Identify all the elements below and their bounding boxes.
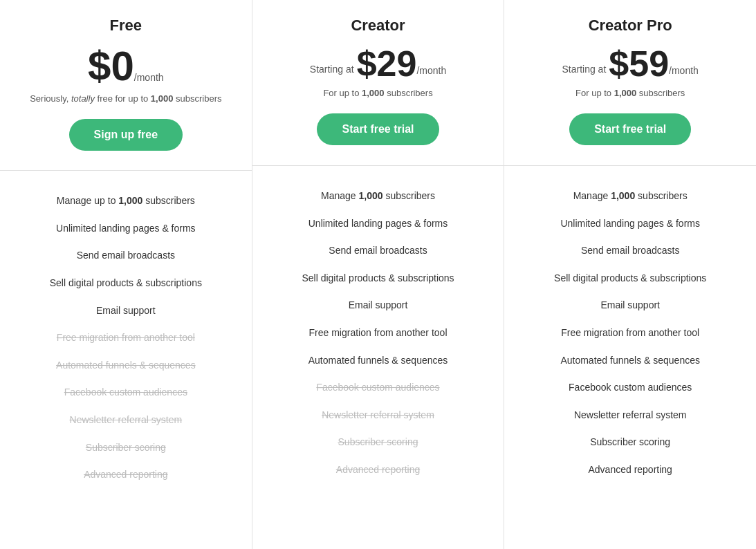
feature-item-creator-pro-5: Free migration from another tool xyxy=(518,319,742,347)
price-row-creator: Starting at$29/month xyxy=(310,46,446,82)
feature-item-creator-0: Manage 1,000 subscribers xyxy=(266,183,490,210)
feature-item-creator-5: Free migration from another tool xyxy=(266,319,490,347)
feature-item-free-3: Sell digital products & subscriptions xyxy=(14,270,238,297)
price-note-free: Seriously, totally free for up to 1,000 … xyxy=(30,93,221,105)
feature-item-free-2: Send email broadcasts xyxy=(14,242,238,270)
cta-button-creator[interactable]: Start free trial xyxy=(317,113,439,145)
feature-item-free-10: Advanced reporting xyxy=(14,461,238,489)
price-note-creator-pro: For up to 1,000 subscribers xyxy=(575,87,685,100)
feature-item-creator-pro-3: Sell digital products & subscriptions xyxy=(518,265,742,292)
cta-button-creator-pro[interactable]: Start free trial xyxy=(569,113,691,145)
plan-name-creator-pro: Creator Pro xyxy=(589,17,672,35)
feature-item-creator-pro-10: Advanced reporting xyxy=(518,456,742,484)
price-period-creator: /month xyxy=(416,65,446,76)
feature-item-creator-pro-8: Newsletter referral system xyxy=(518,402,742,429)
price-amount-creator: $29 xyxy=(357,46,417,82)
plan-features-free: Manage up to 1,000 subscribersUnlimited … xyxy=(0,171,252,549)
pricing-table: Free$0/monthSeriously, totally free for … xyxy=(0,0,756,549)
feature-item-creator-10: Advanced reporting xyxy=(266,456,490,484)
feature-item-creator-4: Email support xyxy=(266,292,490,319)
feature-item-creator-pro-1: Unlimited landing pages & forms xyxy=(518,210,742,238)
feature-item-free-8: Newsletter referral system xyxy=(14,407,238,434)
feature-item-creator-6: Automated funnels & sequences xyxy=(266,347,490,375)
plan-features-creator-pro: Manage 1,000 subscribersUnlimited landin… xyxy=(504,166,756,549)
feature-item-free-4: Email support xyxy=(14,297,238,325)
plan-header-free: Free$0/monthSeriously, totally free for … xyxy=(0,0,252,171)
starting-at-creator-pro: Starting at xyxy=(562,64,606,75)
feature-item-creator-pro-0: Manage 1,000 subscribers xyxy=(518,183,742,210)
price-amount-creator-pro: $59 xyxy=(609,46,669,82)
feature-item-free-5: Free migration from another tool xyxy=(14,324,238,352)
feature-item-creator-1: Unlimited landing pages & forms xyxy=(266,210,490,238)
plan-header-creator-pro: Creator ProStarting at$59/monthFor up to… xyxy=(504,0,756,166)
feature-item-creator-7: Facebook custom audiences xyxy=(266,374,490,402)
feature-item-creator-pro-7: Facebook custom audiences xyxy=(518,374,742,402)
feature-item-creator-3: Sell digital products & subscriptions xyxy=(266,265,490,292)
price-note-creator: For up to 1,000 subscribers xyxy=(323,87,432,100)
plan-header-creator: CreatorStarting at$29/monthFor up to 1,0… xyxy=(252,0,504,166)
price-row-creator-pro: Starting at$59/month xyxy=(562,46,698,82)
feature-item-free-7: Facebook custom audiences xyxy=(14,379,238,407)
cta-button-free[interactable]: Sign up free xyxy=(69,119,183,151)
price-period-creator-pro: /month xyxy=(669,65,699,76)
feature-item-free-6: Automated funnels & sequences xyxy=(14,352,238,380)
plan-features-creator: Manage 1,000 subscribersUnlimited landin… xyxy=(252,166,504,549)
feature-item-creator-9: Subscriber scoring xyxy=(266,429,490,456)
feature-item-creator-8: Newsletter referral system xyxy=(266,402,490,429)
plan-free: Free$0/monthSeriously, totally free for … xyxy=(0,0,252,549)
plan-creator: CreatorStarting at$29/monthFor up to 1,0… xyxy=(252,0,505,549)
feature-item-creator-2: Send email broadcasts xyxy=(266,237,490,265)
starting-at-creator: Starting at xyxy=(310,64,354,75)
plan-name-creator: Creator xyxy=(351,17,405,35)
feature-item-creator-pro-9: Subscriber scoring xyxy=(518,429,742,456)
feature-item-creator-pro-4: Email support xyxy=(518,292,742,319)
feature-item-creator-pro-2: Send email broadcasts xyxy=(518,237,742,265)
plan-name-free: Free xyxy=(110,17,142,35)
feature-item-free-0: Manage up to 1,000 subscribers xyxy=(14,187,238,215)
plan-creator-pro: Creator ProStarting at$59/monthFor up to… xyxy=(504,0,756,549)
price-period-free: /month xyxy=(134,72,164,83)
feature-item-creator-pro-6: Automated funnels & sequences xyxy=(518,347,742,375)
price-row-free: $0/month xyxy=(88,46,164,87)
feature-item-free-1: Unlimited landing pages & forms xyxy=(14,215,238,243)
feature-item-free-9: Subscriber scoring xyxy=(14,434,238,462)
price-amount-free: $0 xyxy=(88,46,134,87)
